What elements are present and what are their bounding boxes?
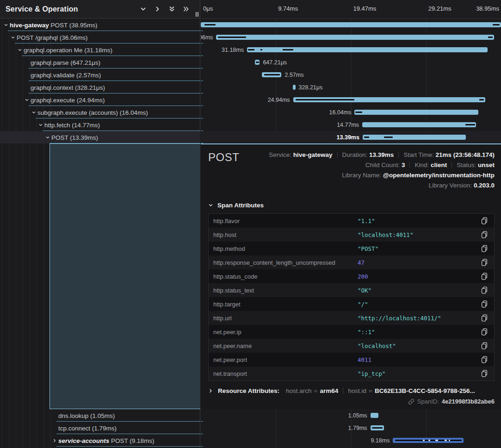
timeline-row[interactable]: 31.18ms: [201, 44, 501, 56]
resource-attributes-row[interactable]: Resource Attributes: host.arch=arm64host…: [208, 387, 495, 394]
span-row[interactable]: graphql.context (328.21μs): [0, 81, 200, 93]
span-attributes-section-label: Span Attributes: [217, 202, 264, 209]
timeline-row[interactable]: 647.21μs: [201, 56, 501, 68]
chevron-down-icon[interactable]: [4, 23, 8, 27]
span-bar[interactable]: [362, 122, 476, 127]
span-row[interactable]: POST /graphql (36.06ms): [0, 31, 200, 44]
attribute-key: http.status_code: [209, 273, 358, 280]
chevron-down-icon[interactable]: [45, 135, 50, 140]
span-bar[interactable]: [393, 438, 464, 443]
span-bar[interactable]: [371, 425, 384, 430]
span-attributes-section-header[interactable]: Span Attributes: [208, 202, 495, 209]
chevron-right-icon[interactable]: [52, 438, 57, 443]
span-bar[interactable]: [363, 135, 466, 140]
span-row[interactable]: graphql.operation Me (31.18ms): [0, 44, 200, 56]
timeline-row[interactable]: 328.21μs: [201, 81, 501, 93]
span-row[interactable]: hive-gateway POST (38.95ms): [0, 19, 200, 31]
timeline-row[interactable]: 36.06ms: [201, 31, 501, 44]
chevron-down-icon[interactable]: [31, 110, 36, 115]
span-bar[interactable]: [371, 413, 378, 418]
span-row[interactable]: graphql.parse (647.21μs): [0, 56, 200, 68]
attribute-value: 4011: [358, 356, 475, 363]
span-label: graphql.parse (647.21μs): [31, 59, 100, 66]
span-row[interactable]: dns.lookup (1.05ms): [0, 409, 200, 422]
attribute-value: "POST": [358, 245, 475, 252]
timeline-row[interactable]: 1.79ms: [201, 422, 501, 434]
resource-value: arm64: [320, 387, 338, 394]
double-chevron-right-icon[interactable]: [183, 6, 190, 12]
meta-divider: [409, 162, 410, 168]
timeline-row[interactable]: 13.39ms: [201, 131, 501, 143]
chevron-right-icon: [208, 388, 213, 393]
critical-path-segment: [218, 37, 246, 38]
copy-icon[interactable]: [475, 328, 494, 336]
chevron-down-icon[interactable]: [11, 35, 15, 40]
critical-path-segment: [372, 427, 383, 429]
copy-icon[interactable]: [475, 286, 494, 294]
copy-icon[interactable]: [475, 356, 494, 363]
detail-meta-line: Library Name: @opentelemetry/instrumenta…: [247, 170, 495, 180]
timeline-row[interactable]: 16.04ms: [201, 106, 501, 118]
meta-label: Library Name:: [342, 172, 383, 179]
meta-value: hive-gateway: [293, 151, 333, 158]
span-label: dns.lookup (1.05ms): [58, 412, 115, 419]
attribute-row: http.host"localhost:4011": [209, 228, 494, 242]
double-chevron-down-icon[interactable]: [168, 6, 175, 12]
timeline-row[interactable]: 38.95ms: [201, 19, 501, 31]
chevron-down-icon[interactable]: [25, 98, 29, 102]
span-row[interactable]: subgraph.execute (accounts) (16.04ms): [0, 106, 200, 118]
chevron-down-icon[interactable]: [18, 48, 22, 52]
span-row[interactable]: graphql.validate (2.57ms): [0, 68, 200, 81]
span-row[interactable]: http.fetch (14.77ms): [0, 118, 200, 131]
attribute-key: http.status_text: [209, 287, 358, 294]
attribute-row: http.status_text"OK": [209, 283, 494, 297]
attribute-value: "1.1": [358, 218, 475, 224]
meta-label: Child Count:: [365, 162, 402, 168]
chevron-right-icon[interactable]: [154, 6, 161, 12]
span-row[interactable]: tcp.connect (1.79ms): [0, 422, 200, 434]
copy-icon[interactable]: [475, 370, 494, 377]
timeline-row[interactable]: 14.77ms: [201, 118, 501, 131]
span-label: service-accounts POST (9.18ms): [58, 437, 155, 444]
span-row[interactable]: service-accounts POST (9.18ms): [0, 434, 200, 447]
span-row[interactable]: POST (13.39ms): [0, 131, 200, 143]
resource-divider: [343, 388, 343, 394]
timeline-row[interactable]: 9.18ms: [201, 434, 501, 447]
span-label: graphql.context (328.21μs): [31, 84, 105, 91]
copy-icon[interactable]: [475, 231, 494, 238]
span-bar[interactable]: [255, 60, 260, 65]
span-duration-label: 14.77ms: [337, 122, 359, 128]
copy-icon[interactable]: [475, 314, 494, 322]
span-bar[interactable]: [293, 97, 486, 102]
copy-icon[interactable]: [475, 342, 494, 349]
span-bar[interactable]: [262, 72, 282, 77]
chevron-down-icon[interactable]: [140, 6, 147, 12]
span-bar[interactable]: [293, 85, 295, 90]
span-row[interactable]: graphql.execute (24.94ms): [0, 93, 200, 106]
chevron-down-icon[interactable]: [38, 123, 43, 127]
timeline-row[interactable]: 24.94ms: [201, 93, 501, 106]
span-bar[interactable]: [201, 22, 501, 27]
span-label: graphql.execute (24.94ms): [31, 96, 105, 103]
resource-attributes-label: Resource Attributes:: [218, 387, 279, 394]
copy-icon[interactable]: [475, 273, 494, 280]
meta-label: Status:: [457, 162, 478, 168]
panel-resize-grip-icon[interactable]: [196, 12, 198, 17]
critical-path-segment: [488, 37, 493, 38]
span-bar[interactable]: [247, 47, 488, 52]
attribute-row: net.peer.port4011: [209, 353, 494, 367]
copy-icon[interactable]: [475, 245, 494, 252]
copy-icon[interactable]: [475, 259, 494, 266]
meta-label: Service:: [269, 151, 293, 158]
attribute-value: "::1": [358, 329, 475, 336]
span-bar[interactable]: [216, 35, 494, 40]
attribute-key: http.host: [209, 231, 358, 238]
copy-icon[interactable]: [475, 300, 494, 308]
meta-value: 21ms (23:56:48.174): [435, 151, 495, 158]
link-icon[interactable]: [408, 398, 414, 405]
timeline-row[interactable]: 2.57ms: [201, 68, 501, 81]
span-bar[interactable]: [354, 110, 478, 115]
meta-label: Kind:: [414, 162, 431, 168]
copy-icon[interactable]: [475, 217, 494, 224]
timeline-row[interactable]: 1.05ms: [201, 409, 501, 422]
